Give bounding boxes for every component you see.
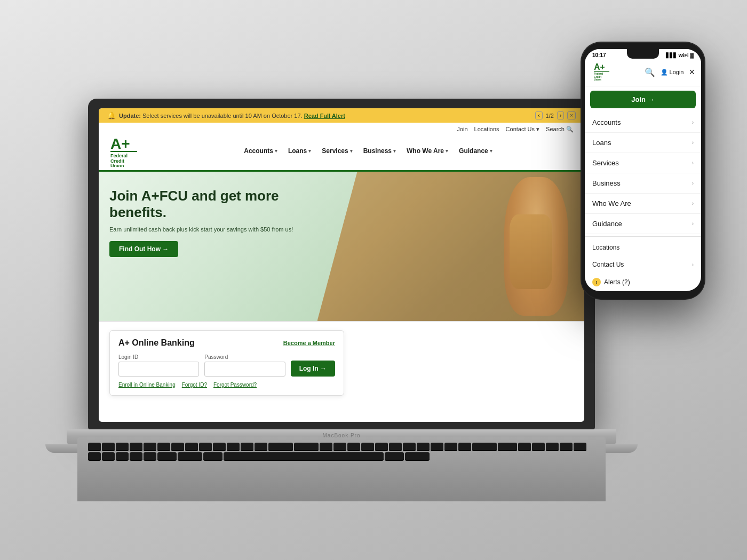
nav-who-we-are[interactable]: Who We Are ▾ — [402, 145, 452, 157]
who-we-are-menu-chevron-icon: › — [692, 201, 694, 206]
phone-close-button[interactable]: × — [689, 67, 695, 78]
loans-menu-chevron-icon: › — [692, 140, 694, 146]
accounts-menu-chevron-icon: › — [692, 119, 694, 125]
loans-chevron-icon: ▾ — [308, 148, 311, 154]
password-field-group: Password — [204, 354, 285, 377]
phone-menu-who-we-are[interactable]: Who We Are › — [585, 194, 701, 214]
hero-section: Join A+FCU and get more benefits. Earn u… — [99, 172, 584, 321]
laptop-screen: 🔔 Update: Select services will be unavai… — [99, 108, 584, 422]
phone-header-icons: 🔍 👤 Login × — [645, 67, 695, 78]
banking-header: A+ Online Banking Become a Member — [118, 338, 335, 348]
contact-menu-chevron-icon: › — [692, 262, 694, 268]
login-button[interactable]: Log In → — [291, 361, 335, 377]
hero-subtitle: Earn unlimited cash back plus kick start… — [109, 226, 328, 233]
apfcu-logo: A+ Federal Credit Union — [109, 135, 147, 167]
phone-contact-item[interactable]: Contact Us › — [585, 256, 701, 273]
svg-rect-1 — [110, 151, 137, 152]
battery-icon: ▓ — [690, 53, 694, 58]
become-member-link[interactable]: Become a Member — [283, 340, 335, 346]
banking-title: A+ Online Banking — [118, 338, 195, 348]
phone-menu-services[interactable]: Services › — [585, 153, 701, 173]
alert-text: Update: Select services will be unavaila… — [119, 113, 345, 119]
phone-screen: 10:17 ▋▋▋ WiFi ▓ A+ Federal Credit Union… — [585, 49, 701, 291]
business-chevron-icon: ▾ — [393, 148, 396, 154]
services-chevron-icon: ▾ — [350, 148, 353, 154]
phone-logo-svg: A+ Federal Credit Union — [591, 62, 618, 82]
hero-content: Join A+FCU and get more benefits. Earn u… — [109, 188, 328, 257]
header-util-nav: Join Locations Contact Us ▾ Search 🔍 — [109, 126, 574, 133]
banking-fields: Login ID Password Log In → — [118, 354, 335, 377]
alert-close-button[interactable]: × — [567, 111, 576, 119]
phone: 10:17 ▋▋▋ WiFi ▓ A+ Federal Credit Union… — [582, 43, 704, 299]
nav-loans[interactable]: Loans ▾ — [284, 145, 315, 157]
phone-logo: A+ Federal Credit Union — [591, 62, 618, 82]
password-label: Password — [204, 354, 285, 360]
laptop: 🔔 Update: Select services will be unavai… — [88, 99, 595, 483]
banking-links: Enroll in Online Banking Forgot ID? Forg… — [118, 382, 335, 388]
status-time: 10:17 — [592, 52, 606, 58]
phone-menu-who-we-are-label: Who We Are — [592, 199, 631, 207]
svg-text:Union: Union — [110, 163, 124, 167]
password-input[interactable] — [204, 362, 285, 377]
phone-menu-loans[interactable]: Loans › — [585, 133, 701, 153]
main-nav: Accounts ▾ Loans ▾ Services ▾ Business ▾… — [163, 145, 574, 157]
locations-link[interactable]: Locations — [474, 126, 499, 133]
search-link[interactable]: Search 🔍 — [546, 126, 574, 133]
hero-title: Join A+FCU and get more benefits. — [109, 188, 328, 221]
phone-login-button[interactable]: 👤 Login — [661, 69, 684, 76]
phone-search-icon[interactable]: 🔍 — [645, 67, 655, 77]
status-icons: ▋▋▋ WiFi ▓ — [666, 53, 694, 58]
signal-icon: ▋▋▋ — [666, 53, 677, 58]
phone-contact-label: Contact Us — [592, 261, 624, 268]
guidance-chevron-icon: ▾ — [490, 148, 492, 154]
phone-notch — [627, 49, 659, 59]
login-id-input[interactable] — [118, 362, 199, 377]
alert-bar: 🔔 Update: Select services will be unavai… — [99, 108, 584, 123]
phone-alerts-item[interactable]: ! Alerts (2) — [585, 273, 701, 291]
business-menu-chevron-icon: › — [692, 180, 694, 186]
svg-text:A+: A+ — [110, 135, 130, 152]
phone-locations-item[interactable]: Locations — [585, 239, 701, 256]
phone-alerts-label: Alerts (2) — [604, 278, 630, 286]
svg-text:A+: A+ — [594, 62, 605, 71]
forgot-password-link[interactable]: Forgot Password? — [213, 382, 257, 388]
nav-services[interactable]: Services ▾ — [317, 145, 356, 157]
phone-menu-business-label: Business — [592, 179, 621, 187]
join-link[interactable]: Join — [457, 126, 467, 133]
phone-menu-business[interactable]: Business › — [585, 173, 701, 194]
phone-menu-accounts[interactable]: Accounts › — [585, 113, 701, 133]
phone-menu-accounts-label: Accounts — [592, 118, 621, 126]
header-main: A+ Federal Credit Union Accounts ▾ Loans… — [109, 135, 574, 167]
svg-text:Union: Union — [594, 78, 601, 81]
alert-left: 🔔 Update: Select services will be unavai… — [107, 111, 345, 119]
login-id-label: Login ID — [118, 354, 199, 360]
alert-nav: ‹ 1/2 › × — [535, 111, 576, 119]
phone-menu-divider — [585, 236, 701, 237]
alert-read-link[interactable]: Read Full Alert — [304, 113, 345, 119]
phone-header: A+ Federal Credit Union 🔍 👤 Login × — [585, 59, 701, 86]
enroll-link[interactable]: Enroll in Online Banking — [118, 382, 176, 388]
nav-guidance[interactable]: Guidance ▾ — [455, 145, 497, 157]
phone-menu-guidance[interactable]: Guidance › — [585, 214, 701, 234]
phone-join-button[interactable]: Join → — [590, 91, 696, 108]
hero-cta-button[interactable]: Find Out How → — [109, 241, 178, 257]
phone-login-label: Login — [670, 69, 684, 75]
alert-prev-button[interactable]: ‹ — [535, 111, 542, 119]
phone-menu-guidance-label: Guidance — [592, 220, 622, 228]
keyboard-keys — [77, 437, 606, 464]
phone-user-icon: 👤 — [661, 69, 668, 76]
wifi-icon: WiFi — [679, 53, 689, 58]
who-we-are-chevron-icon: ▾ — [446, 148, 448, 154]
hero-image — [317, 172, 585, 321]
alert-next-button[interactable]: › — [557, 111, 564, 119]
svg-text:Federal: Federal — [594, 73, 603, 75]
contact-us-link[interactable]: Contact Us ▾ — [506, 126, 539, 133]
nav-accounts[interactable]: Accounts ▾ — [240, 145, 282, 157]
site-header: Join Locations Contact Us ▾ Search 🔍 A+ … — [99, 123, 584, 172]
phone-menu-services-label: Services — [592, 159, 619, 167]
phone-menu: Accounts › Loans › Services › Business ›… — [585, 113, 701, 291]
alerts-dot-icon: ! — [592, 278, 601, 286]
nav-business[interactable]: Business ▾ — [359, 145, 400, 157]
forgot-id-link[interactable]: Forgot ID? — [182, 382, 207, 388]
phone-menu-loans-label: Loans — [592, 139, 611, 147]
